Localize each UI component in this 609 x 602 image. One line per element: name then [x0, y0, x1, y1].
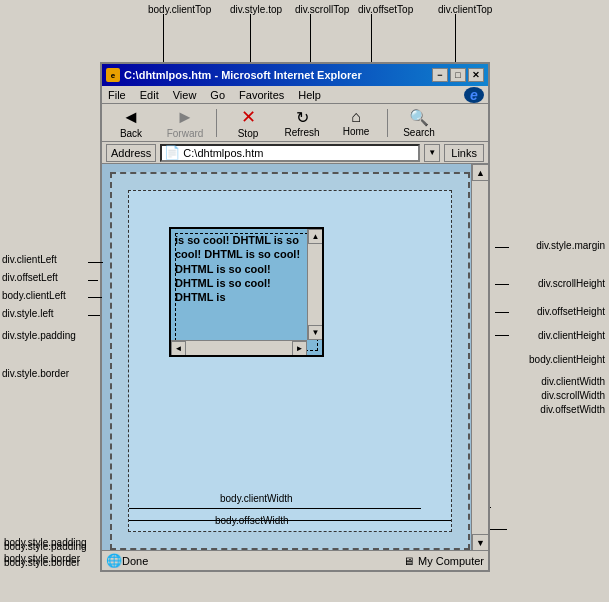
div-text: is so cool! DHTML is so cool! DHTML is s…: [175, 234, 300, 303]
refresh-button[interactable]: ↻ Refresh: [277, 107, 327, 139]
ie-logo: e: [464, 87, 484, 103]
label-div-style-left: div.style.left: [2, 308, 54, 319]
menu-help[interactable]: Help: [296, 89, 323, 101]
window-title: C:\dhtmlpos.htm - Microsoft Internet Exp…: [124, 69, 362, 81]
browser-vscroll-down[interactable]: ▼: [472, 534, 488, 551]
label-div-style-top: div.style.top: [230, 4, 282, 15]
label-div-client-width: div.clientWidth: [541, 376, 605, 387]
title-controls[interactable]: − □ ✕: [432, 68, 484, 82]
computer-icon: 🖥: [403, 555, 414, 567]
browser-vscroll[interactable]: ▲ ▼: [471, 164, 488, 551]
address-input-wrapper: 📄: [160, 144, 420, 162]
label-div-scroll-height: div.scrollHeight: [538, 278, 605, 289]
tick-div-style-top: [250, 14, 251, 64]
tick-div-client-left: [88, 262, 103, 263]
label-div-style-border: div.style.border: [2, 368, 69, 379]
status-done: Done: [122, 555, 148, 567]
menu-edit[interactable]: Edit: [138, 89, 161, 101]
tick-div-style-left: [88, 315, 100, 316]
browser-vscroll-up[interactable]: ▲: [472, 164, 488, 181]
label-div-style-padding: div.style.padding: [2, 330, 76, 341]
menu-favorites[interactable]: Favorites: [237, 89, 286, 101]
div-vscroll[interactable]: ▲ ▼: [307, 229, 322, 340]
div-hscroll[interactable]: ◄ ►: [171, 340, 307, 355]
label-div-offset-top: div.offsetTop: [358, 4, 413, 15]
div-content: is so cool! DHTML is so cool! DHTML is s…: [171, 229, 306, 339]
minimize-button[interactable]: −: [432, 68, 448, 82]
div-hscroll-right[interactable]: ►: [292, 341, 307, 356]
div-vscroll-down[interactable]: ▼: [308, 325, 323, 340]
content-area: is so cool! DHTML is so cool! DHTML is s…: [102, 164, 488, 568]
title-bar: e C:\dhtmlpos.htm - Microsoft Internet E…: [102, 64, 488, 86]
home-button[interactable]: ⌂ Home: [331, 107, 381, 139]
tick-div-scroll-top: [310, 14, 311, 64]
status-computer: My Computer: [418, 555, 484, 567]
label-body-offset-width-text: body.offsetWidth: [215, 514, 289, 526]
maximize-button[interactable]: □: [450, 68, 466, 82]
meas-line-h1: [129, 520, 451, 521]
forward-button[interactable]: ► Forward: [160, 107, 210, 139]
label-body-style-border-text: body.style.border: [4, 552, 80, 564]
menu-file[interactable]: File: [106, 89, 128, 101]
ie-icon: e: [106, 68, 120, 82]
address-page-icon: 📄: [164, 145, 180, 160]
tick-div-offset-height-r: [495, 312, 509, 313]
menu-bar: File Edit View Go Favorites Help e: [102, 86, 488, 104]
label-div-style-margin: div.style.margin: [536, 240, 605, 251]
label-div-offset-width: div.offsetWidth: [540, 404, 605, 415]
close-button[interactable]: ✕: [468, 68, 484, 82]
tick-body-client-top: [163, 14, 164, 64]
label-div-scroll-top: div.scrollTop: [295, 4, 349, 15]
label-body-client-width-text: body.clientWidth: [220, 492, 293, 504]
tick-div-offset-top: [371, 14, 372, 64]
label-div-scroll-width: div.scrollWidth: [541, 390, 605, 401]
ie-window: e C:\dhtmlpos.htm - Microsoft Internet E…: [100, 62, 490, 572]
links-button[interactable]: Links: [444, 144, 484, 162]
label-div-client-top: div.clientTop: [438, 4, 492, 15]
diagram-container: body.clientTop div.style.top div.scrollT…: [0, 0, 609, 602]
toolbar-sep-1: [216, 109, 217, 137]
status-icon: 🌐: [106, 553, 122, 568]
label-div-offset-left: div.offsetLeft: [2, 272, 58, 283]
demo-div: is so cool! DHTML is so cool! DHTML is s…: [169, 227, 324, 357]
tick-body-client-left: [88, 297, 102, 298]
tick-div-style-margin-r: [495, 247, 509, 248]
label-body-style-padding-text: body.style.padding: [4, 536, 87, 548]
label-body-client-left: body.clientLeft: [2, 290, 66, 301]
menu-view[interactable]: View: [171, 89, 199, 101]
tick-div-scroll-height-r: [495, 284, 509, 285]
toolbar-sep-2: [387, 109, 388, 137]
tick-div-client-top: [455, 14, 456, 64]
div-hscroll-left[interactable]: ◄: [171, 341, 186, 356]
back-button[interactable]: ◄ Back: [106, 107, 156, 139]
status-bar: 🌐 Done 🖥 My Computer: [102, 550, 488, 570]
meas-line-h2: [129, 508, 421, 509]
content-margin: is so cool! DHTML is so cool! DHTML is s…: [128, 190, 452, 532]
address-bar: Address 📄 ▼ Links: [102, 142, 488, 164]
title-bar-left: e C:\dhtmlpos.htm - Microsoft Internet E…: [106, 68, 362, 82]
label-div-client-height: div.clientHeight: [538, 330, 605, 341]
tick-div-client-height-r: [495, 335, 509, 336]
address-dropdown[interactable]: ▼: [424, 144, 440, 162]
status-right: 🖥 My Computer: [403, 555, 484, 567]
label-body-client-height: body.clientHeight: [529, 354, 605, 365]
toolbar: ◄ Back ► Forward ✕ Stop ↻ Refresh ⌂ Home: [102, 104, 488, 142]
label-div-offset-height: div.offsetHeight: [537, 306, 605, 317]
label-div-client-left: div.clientLeft: [2, 254, 57, 265]
menu-go[interactable]: Go: [208, 89, 227, 101]
label-body-client-top-top: body.clientTop: [148, 4, 211, 15]
address-label: Address: [106, 144, 156, 162]
stop-button[interactable]: ✕ Stop: [223, 107, 273, 139]
tick-div-offset-left: [88, 280, 98, 281]
search-button[interactable]: 🔍 Search: [394, 107, 444, 139]
div-vscroll-up[interactable]: ▲: [308, 229, 323, 244]
address-input[interactable]: [183, 147, 416, 159]
